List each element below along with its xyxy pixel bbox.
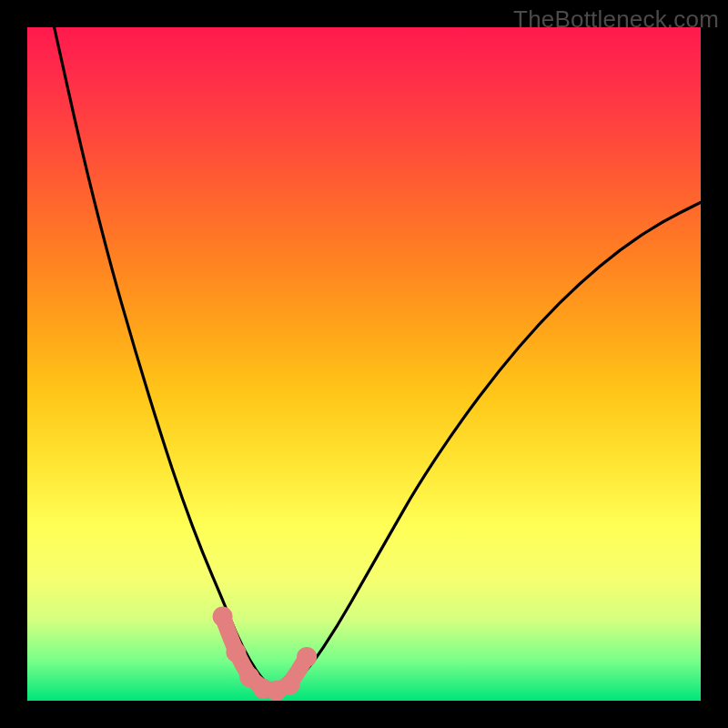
highlight-dot (297, 647, 317, 667)
highlight-dot (213, 607, 233, 627)
highlight-dots (213, 607, 318, 701)
bottleneck-curve (55, 27, 701, 690)
chart-frame: TheBottleneck.com (0, 0, 728, 728)
highlight-dot (226, 642, 246, 662)
highlight-dot (280, 674, 300, 694)
curve-svg (27, 27, 701, 701)
plot-area (27, 27, 701, 701)
